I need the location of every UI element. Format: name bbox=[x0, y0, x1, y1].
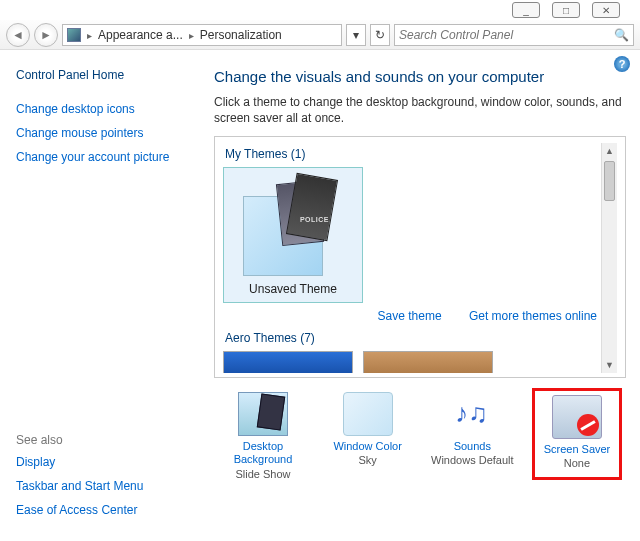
refresh-icon: ↻ bbox=[375, 28, 385, 42]
action-sublabel: Sky bbox=[323, 454, 413, 466]
help-icon: ? bbox=[619, 58, 626, 70]
search-icon: 🔍 bbox=[614, 28, 629, 42]
save-theme-link[interactable]: Save theme bbox=[378, 309, 442, 323]
desktop-background-action[interactable]: Desktop Background Slide Show bbox=[218, 392, 308, 479]
page-heading: Change the visuals and sounds on your co… bbox=[214, 68, 626, 85]
title-bar: _ □ ✕ bbox=[0, 0, 640, 20]
action-sublabel: None bbox=[537, 457, 617, 469]
seealso-link-taskbar[interactable]: Taskbar and Start Menu bbox=[16, 479, 143, 493]
control-panel-icon bbox=[67, 28, 81, 42]
window-color-action[interactable]: Window Color Sky bbox=[323, 392, 413, 479]
aero-theme-thumbnail[interactable] bbox=[223, 351, 353, 373]
forward-icon: ► bbox=[40, 28, 52, 42]
sidebar-link-desktop-icons[interactable]: Change desktop icons bbox=[16, 102, 184, 116]
seealso-link-ease-of-access[interactable]: Ease of Access Center bbox=[16, 503, 143, 517]
breadcrumb-separator bbox=[85, 28, 94, 42]
scroll-up-icon[interactable]: ▲ bbox=[602, 143, 617, 159]
chevron-down-icon: ▾ bbox=[353, 28, 359, 42]
maximize-button[interactable]: □ bbox=[552, 2, 580, 18]
screen-saver-icon bbox=[552, 395, 602, 439]
aero-theme-thumbnail[interactable] bbox=[363, 351, 493, 373]
my-themes-label: My Themes (1) bbox=[225, 147, 617, 161]
page-subtext: Click a theme to change the desktop back… bbox=[214, 95, 626, 126]
action-label: Window Color bbox=[323, 440, 413, 453]
seealso-link-display[interactable]: Display bbox=[16, 455, 143, 469]
action-sublabel: Slide Show bbox=[218, 468, 308, 480]
breadcrumb-item[interactable]: Personalization bbox=[200, 28, 282, 42]
action-sublabel: Windows Default bbox=[427, 454, 517, 466]
search-box[interactable]: 🔍 bbox=[394, 24, 634, 46]
sidebar-link-account-picture[interactable]: Change your account picture bbox=[16, 150, 184, 164]
address-dropdown-button[interactable]: ▾ bbox=[346, 24, 366, 46]
scroll-thumb[interactable] bbox=[604, 161, 615, 201]
theme-thumbnail: POLICE bbox=[243, 176, 343, 276]
action-label: Desktop Background bbox=[218, 440, 308, 466]
refresh-button[interactable]: ↻ bbox=[370, 24, 390, 46]
themes-panel: My Themes (1) POLICE Unsaved Theme Save … bbox=[214, 136, 626, 378]
control-panel-home-link[interactable]: Control Panel Home bbox=[16, 68, 184, 82]
sidebar: Control Panel Home Change desktop icons … bbox=[0, 50, 200, 541]
sounds-action[interactable]: Sounds Windows Default bbox=[427, 392, 517, 479]
action-label: Screen Saver bbox=[537, 443, 617, 456]
see-also-label: See also bbox=[16, 433, 143, 447]
minimize-button[interactable]: _ bbox=[512, 2, 540, 18]
breadcrumb-separator bbox=[187, 28, 196, 42]
window-color-icon bbox=[343, 392, 393, 436]
screen-saver-action[interactable]: Screen Saver None bbox=[532, 388, 622, 479]
themes-scrollbar[interactable]: ▲ ▼ bbox=[601, 143, 617, 373]
breadcrumb-item[interactable]: Appearance a... bbox=[98, 28, 183, 42]
get-themes-online-link[interactable]: Get more themes online bbox=[469, 309, 597, 323]
main-content: ? Change the visuals and sounds on your … bbox=[200, 50, 640, 541]
close-button[interactable]: ✕ bbox=[592, 2, 620, 18]
search-input[interactable] bbox=[399, 28, 614, 42]
action-label: Sounds bbox=[427, 440, 517, 453]
forward-button[interactable]: ► bbox=[34, 23, 58, 47]
address-bar[interactable]: Appearance a... Personalization bbox=[62, 24, 342, 46]
back-button[interactable]: ◄ bbox=[6, 23, 30, 47]
desktop-background-icon bbox=[238, 392, 288, 436]
theme-caption: Unsaved Theme bbox=[228, 282, 358, 296]
help-button[interactable]: ? bbox=[614, 56, 630, 72]
sounds-icon bbox=[447, 392, 497, 436]
scroll-down-icon[interactable]: ▼ bbox=[602, 357, 617, 373]
personalization-actions: Desktop Background Slide Show Window Col… bbox=[214, 392, 626, 479]
theme-item-unsaved[interactable]: POLICE Unsaved Theme bbox=[223, 167, 363, 303]
navigation-bar: ◄ ► Appearance a... Personalization ▾ ↻ … bbox=[0, 20, 640, 50]
back-icon: ◄ bbox=[12, 28, 24, 42]
aero-themes-label: Aero Themes (7) bbox=[225, 331, 617, 345]
see-also-section: See also Display Taskbar and Start Menu … bbox=[16, 433, 143, 527]
sidebar-link-mouse-pointers[interactable]: Change mouse pointers bbox=[16, 126, 184, 140]
